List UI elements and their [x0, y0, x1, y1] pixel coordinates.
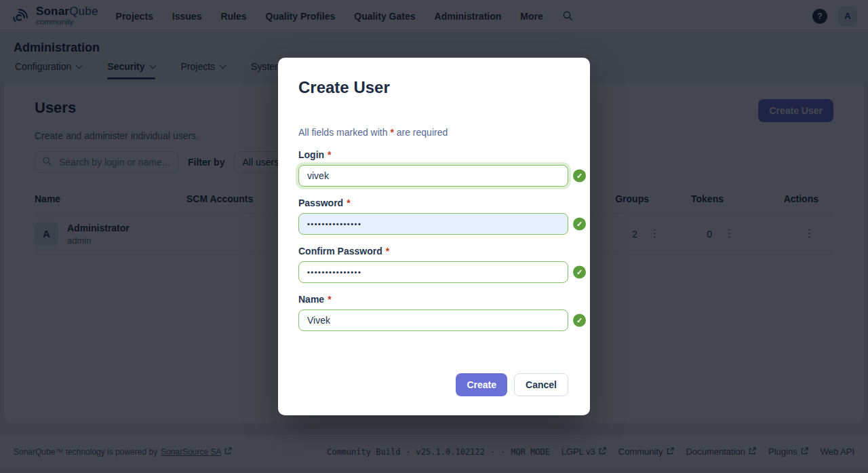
password-input[interactable]: [298, 213, 568, 235]
check-circle-icon: ✓: [573, 218, 586, 231]
confirm-password-label: Confirm Password: [298, 246, 382, 257]
check-circle-icon: ✓: [573, 266, 586, 279]
create-button[interactable]: Create: [456, 373, 507, 396]
cancel-button[interactable]: Cancel: [514, 373, 568, 396]
required-asterisk: *: [328, 294, 331, 305]
password-label: Password: [298, 197, 343, 208]
password-field-group: Password * ✓: [298, 197, 568, 235]
name-label: Name: [298, 294, 324, 305]
confirm-password-field-group: Confirm Password * ✓: [298, 246, 568, 283]
note-prefix: All fields marked with: [298, 127, 388, 138]
required-asterisk: *: [347, 197, 350, 208]
name-input[interactable]: [298, 309, 568, 331]
login-label: Login: [298, 149, 324, 160]
confirm-password-input[interactable]: [298, 261, 568, 283]
modal-actions: Create Cancel: [298, 373, 568, 396]
required-fields-note: All fields marked with * are required: [298, 127, 568, 138]
check-circle-icon: ✓: [573, 170, 586, 183]
login-input[interactable]: [298, 165, 568, 187]
note-asterisk: *: [390, 127, 393, 138]
required-asterisk: *: [328, 149, 331, 160]
name-field-group: Name * ✓: [298, 294, 568, 331]
create-user-modal: Create User All fields marked with * are…: [278, 58, 590, 415]
modal-title: Create User: [298, 78, 568, 97]
check-circle-icon: ✓: [573, 314, 586, 327]
note-suffix: are required: [397, 127, 448, 138]
required-asterisk: *: [386, 246, 389, 257]
login-field-group: Login * ✓: [298, 149, 568, 187]
